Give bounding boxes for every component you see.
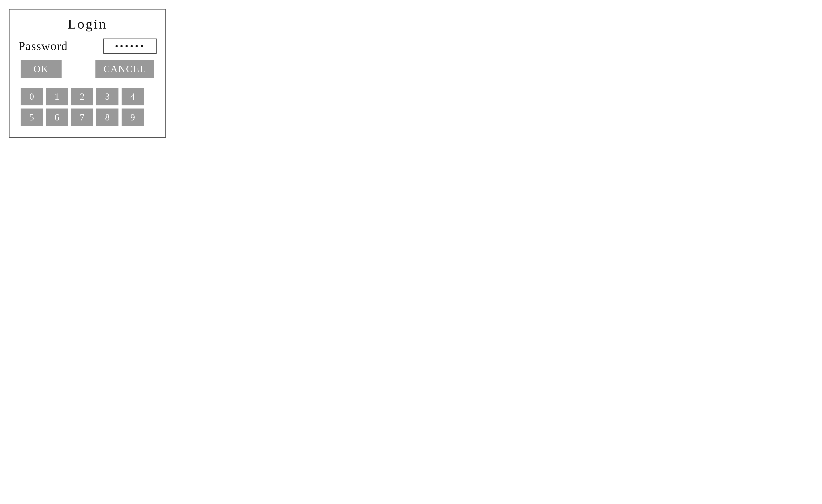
numpad-key-5[interactable]: 5	[21, 108, 43, 126]
numpad-key-7[interactable]: 7	[71, 108, 93, 126]
cancel-button[interactable]: CANCEL	[95, 60, 154, 78]
numpad-key-3[interactable]: 3	[96, 88, 118, 105]
numpad-row-2: 56789	[21, 108, 154, 126]
numpad: 01234 56789	[18, 88, 156, 126]
numpad-key-9[interactable]: 9	[121, 108, 144, 126]
numpad-key-6[interactable]: 6	[46, 108, 68, 126]
numpad-key-2[interactable]: 2	[71, 88, 93, 105]
password-row: Password	[18, 39, 156, 54]
numpad-key-4[interactable]: 4	[121, 88, 144, 105]
ok-button[interactable]: OK	[21, 60, 62, 78]
password-label: Password	[18, 39, 68, 53]
numpad-key-1[interactable]: 1	[46, 88, 68, 105]
panel-title: Login	[18, 16, 156, 32]
numpad-key-8[interactable]: 8	[96, 108, 118, 126]
action-row: OK CANCEL	[18, 60, 156, 78]
numpad-key-0[interactable]: 0	[21, 88, 43, 105]
password-input[interactable]	[103, 39, 156, 54]
login-panel: Login Password OK CANCEL 01234 56789	[9, 9, 166, 138]
numpad-row-1: 01234	[21, 88, 154, 105]
